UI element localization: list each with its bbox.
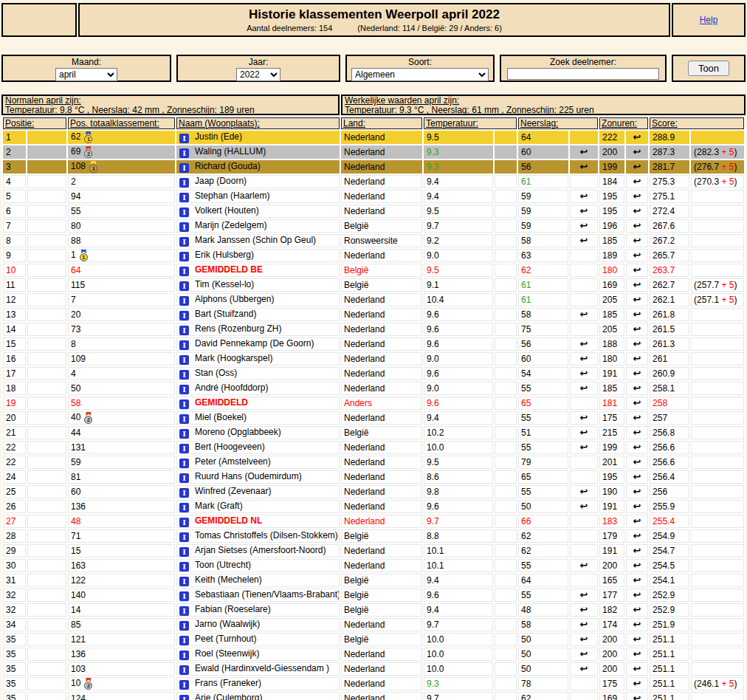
history-arrow-icon[interactable]: ↩: [580, 663, 588, 674]
history-arrow-icon[interactable]: ↩: [580, 560, 588, 571]
history-arrow-icon[interactable]: ↩: [633, 560, 641, 571]
history-arrow-icon[interactable]: ↩: [580, 338, 588, 349]
info-icon[interactable]: I: [179, 237, 189, 247]
info-icon[interactable]: I: [179, 399, 189, 409]
history-arrow-icon[interactable]: ↩: [633, 205, 641, 216]
info-icon[interactable]: I: [179, 680, 189, 690]
info-icon[interactable]: I: [179, 518, 189, 527]
history-arrow-icon[interactable]: ↩: [633, 427, 641, 438]
info-icon[interactable]: I: [179, 148, 189, 158]
history-arrow-icon[interactable]: ↩: [580, 220, 588, 231]
info-icon[interactable]: I: [179, 636, 189, 645]
info-icon[interactable]: I: [179, 621, 189, 631]
history-arrow-icon[interactable]: ↩: [633, 368, 641, 379]
history-arrow-icon[interactable]: ↩: [580, 146, 588, 157]
history-arrow-icon[interactable]: ↩: [633, 648, 641, 659]
info-icon[interactable]: I: [179, 577, 189, 586]
info-icon[interactable]: I: [179, 651, 189, 660]
help-link[interactable]: Help: [700, 15, 718, 25]
history-arrow-icon[interactable]: ↩: [580, 589, 588, 600]
info-icon[interactable]: I: [179, 591, 189, 601]
info-icon[interactable]: I: [179, 370, 189, 380]
history-arrow-icon[interactable]: ↩: [580, 235, 588, 246]
history-arrow-icon[interactable]: ↩: [633, 486, 641, 497]
history-arrow-icon[interactable]: ↩: [633, 353, 641, 364]
history-arrow-icon[interactable]: ↩: [633, 294, 641, 305]
info-icon[interactable]: I: [179, 340, 189, 350]
history-arrow-icon[interactable]: ↩: [633, 397, 641, 408]
info-icon[interactable]: I: [179, 503, 189, 512]
info-icon[interactable]: I: [179, 473, 189, 483]
history-arrow-icon[interactable]: ↩: [580, 648, 588, 659]
history-arrow-icon[interactable]: ↩: [633, 545, 641, 556]
info-icon[interactable]: I: [179, 252, 189, 261]
history-arrow-icon[interactable]: ↩: [633, 442, 641, 453]
info-icon[interactable]: I: [179, 267, 189, 276]
history-arrow-icon[interactable]: ↩: [580, 619, 588, 630]
history-arrow-icon[interactable]: ↩: [633, 515, 641, 526]
info-icon[interactable]: I: [179, 695, 189, 700]
history-arrow-icon[interactable]: ↩: [633, 323, 641, 334]
info-icon[interactable]: I: [179, 459, 189, 468]
type-select[interactable]: Algemeen: [351, 68, 489, 81]
history-arrow-icon[interactable]: ↩: [633, 176, 641, 187]
history-arrow-icon[interactable]: ↩: [633, 191, 641, 202]
history-arrow-icon[interactable]: ↩: [580, 442, 588, 453]
history-arrow-icon[interactable]: ↩: [633, 309, 641, 320]
info-icon[interactable]: I: [179, 326, 189, 335]
info-icon[interactable]: I: [179, 488, 189, 498]
history-arrow-icon[interactable]: ↩: [580, 161, 588, 172]
history-arrow-icon[interactable]: ↩: [633, 382, 641, 394]
history-arrow-icon[interactable]: ↩: [633, 619, 641, 630]
history-arrow-icon[interactable]: ↩: [633, 574, 641, 586]
info-icon[interactable]: I: [179, 163, 189, 173]
info-icon[interactable]: I: [179, 207, 189, 217]
info-icon[interactable]: I: [179, 547, 189, 557]
show-button[interactable]: Toon: [688, 61, 729, 76]
history-arrow-icon[interactable]: ↩: [633, 250, 641, 261]
history-arrow-icon[interactable]: ↩: [580, 412, 588, 423]
info-icon[interactable]: I: [179, 311, 189, 320]
history-arrow-icon[interactable]: ↩: [633, 471, 641, 482]
history-arrow-icon[interactable]: ↩: [633, 146, 641, 157]
history-arrow-icon[interactable]: ↩: [580, 191, 588, 202]
history-arrow-icon[interactable]: ↩: [633, 589, 641, 600]
info-icon[interactable]: I: [179, 178, 189, 188]
history-arrow-icon[interactable]: ↩: [633, 678, 641, 689]
history-arrow-icon[interactable]: ↩: [633, 161, 641, 172]
history-arrow-icon[interactable]: ↩: [633, 501, 641, 512]
history-arrow-icon[interactable]: ↩: [633, 634, 641, 645]
history-arrow-icon[interactable]: ↩: [580, 353, 588, 364]
info-icon[interactable]: I: [179, 444, 189, 453]
info-icon[interactable]: I: [179, 281, 189, 291]
history-arrow-icon[interactable]: ↩: [580, 309, 588, 320]
history-arrow-icon[interactable]: ↩: [633, 338, 641, 349]
history-arrow-icon[interactable]: ↩: [580, 634, 588, 645]
info-icon[interactable]: I: [179, 385, 189, 394]
history-arrow-icon[interactable]: ↩: [633, 412, 641, 423]
year-select[interactable]: 2022: [236, 68, 280, 81]
search-input[interactable]: [507, 68, 659, 80]
history-arrow-icon[interactable]: ↩: [633, 235, 641, 246]
history-arrow-icon[interactable]: ↩: [633, 131, 641, 143]
info-icon[interactable]: I: [179, 665, 189, 675]
info-icon[interactable]: I: [179, 296, 189, 306]
history-arrow-icon[interactable]: ↩: [633, 456, 641, 467]
history-arrow-icon[interactable]: ↩: [633, 663, 641, 674]
history-arrow-icon[interactable]: ↩: [580, 501, 588, 512]
history-arrow-icon[interactable]: ↩: [633, 264, 641, 275]
info-icon[interactable]: I: [179, 606, 189, 616]
history-arrow-icon[interactable]: ↩: [580, 368, 588, 379]
info-icon[interactable]: I: [179, 222, 189, 232]
info-icon[interactable]: I: [179, 429, 189, 439]
history-arrow-icon[interactable]: ↩: [633, 693, 641, 700]
history-arrow-icon[interactable]: ↩: [633, 530, 641, 541]
info-icon[interactable]: I: [179, 562, 189, 572]
history-arrow-icon[interactable]: ↩: [580, 427, 588, 438]
info-icon[interactable]: I: [179, 193, 189, 202]
month-select[interactable]: april: [55, 68, 117, 81]
history-arrow-icon[interactable]: ↩: [633, 604, 641, 615]
history-arrow-icon[interactable]: ↩: [633, 279, 641, 290]
history-arrow-icon[interactable]: ↩: [633, 220, 641, 231]
history-arrow-icon[interactable]: ↩: [580, 604, 588, 615]
